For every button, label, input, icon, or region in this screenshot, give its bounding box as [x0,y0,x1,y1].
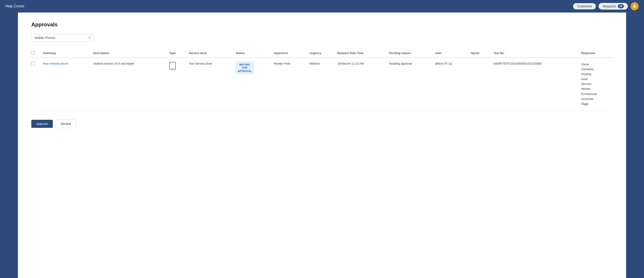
status-badge: WAITING FOR APPROVAL [236,62,254,74]
col-urgency: Urgency [307,49,335,58]
decline-button[interactable]: Decline [56,120,76,128]
customize-button[interactable]: Customize [573,3,596,9]
row-summary-cell: New Android phone [40,58,91,110]
main-content: Approvals Mobile Phones Laptops Tablets … [18,12,626,278]
requester-list: OscarZoroasterPhadrigIssacNormanHenkleEm… [581,62,610,106]
row-description-cell: Android version 10.0 and higher [91,58,167,110]
approve-button[interactable]: Approve [31,120,53,128]
col-status: Status [233,49,271,58]
col-test-no: Test No. [491,49,578,58]
approvals-table-wrapper: Summary Description Type Service desk St… [31,49,613,111]
row-user-cell: [Mitch (TI-1)] [432,58,468,110]
col-sprint: Sprint [468,49,491,58]
header-actions: Customize Requests 24 [573,2,639,10]
site-title: Help Center [5,4,24,8]
row-test-no-cell: ANDR/TEST/2024/000001022153/B2 [491,58,578,110]
category-dropdown[interactable]: Mobile Phones Laptops Tablets Accessorie… [31,34,94,41]
col-description: Description [91,49,167,58]
row-sprint-cell [468,58,491,110]
table-header-row: Summary Description Type Service desk St… [31,49,613,58]
row-status-cell: WAITING FOR APPROVAL [233,58,271,110]
approvals-table: Summary Description Type Service desk St… [31,49,613,111]
table-row: New Android phone Android version 10.0 a… [31,58,613,110]
row-checkbox[interactable] [31,62,35,65]
row-service-desk-cell: Test Service Desk [186,58,233,110]
summary-link[interactable]: New Android phone [43,62,68,65]
row-approvers-cell: Woody Pride [271,58,307,110]
row-urgency-cell: Medium [307,58,335,110]
col-user: User [432,49,468,58]
row-pending-reason-cell: Awaiting approval [386,58,432,110]
col-summary: Summary [40,49,91,58]
filter-dropdown-wrapper: Mobile Phones Laptops Tablets Accessorie… [31,34,613,41]
col-request-date: Request Date Time [335,49,386,58]
row-request-date-cell: 25/Mar/24 11:21 AM [335,58,386,110]
col-checkbox [31,49,40,58]
row-checkbox-cell [31,58,40,110]
col-service-desk: Service desk [186,49,233,58]
col-pending-reason: Pending reason [386,49,432,58]
requests-button[interactable]: Requests 24 [598,3,628,9]
page-title: Approvals [31,21,613,28]
row-type-cell [167,58,186,110]
row-requester-cell: OscarZoroasterPhadrigIssacNormanHenkleEm… [578,58,613,110]
requests-label: Requests [602,4,616,8]
header: Help Center Customize Requests 24 [0,0,644,12]
phone-type-icon [170,62,176,70]
col-approvers: Approvers [271,49,307,58]
user-icon [632,4,637,8]
col-requester: Requester [578,49,613,58]
col-type: Type [167,49,186,58]
actions-row: Approve Decline [31,118,613,128]
requests-count-badge: 24 [618,4,624,8]
user-avatar[interactable] [630,2,639,10]
select-all-checkbox[interactable] [31,51,35,54]
